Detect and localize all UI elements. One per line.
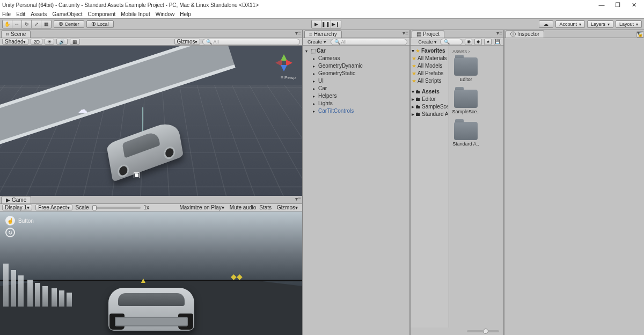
pivot-local-toggle[interactable]: ⦿ Local [86, 20, 114, 28]
hierarchy-tab[interactable]: ≡ Hierarchy [304, 30, 342, 38]
pivot-center-toggle[interactable]: ⦿ Center [54, 20, 84, 28]
foldout-icon[interactable] [313, 70, 317, 76]
aspect-dropdown[interactable]: Free Aspect [35, 205, 72, 210]
game-view[interactable]: ▲ ◆◆ ☝ Button ↻ [0, 212, 302, 335]
asset-folder[interactable]: Standard A.. [452, 122, 479, 147]
rotate-tool-button[interactable]: ↻ [22, 20, 32, 28]
menu-assets[interactable]: Assets [31, 11, 47, 17]
foldout-icon[interactable]: ▸ [412, 111, 414, 117]
scene-view[interactable]: ☁ ▣ ≡ Persp [0, 46, 302, 196]
hand-tool-button[interactable]: ✋ [3, 20, 12, 28]
shading-dropdown[interactable]: Shaded ▾ [2, 39, 28, 45]
project-tab[interactable]: ▤ Project [412, 30, 444, 38]
hierarchy-item[interactable]: Helpers [304, 92, 408, 99]
orientation-gizmo[interactable]: ≡ Persp [272, 51, 296, 75]
scene-fx-toggle[interactable]: ▦ [70, 39, 80, 45]
foldout-icon[interactable]: ▾ [412, 48, 414, 54]
gv-ui-button[interactable]: ☝ Button [5, 216, 34, 225]
menu-window[interactable]: Window [156, 11, 175, 17]
hierarchy-item[interactable]: GeometryDynamic [304, 62, 408, 69]
play-button[interactable]: ▶ [312, 20, 321, 28]
foldout-icon[interactable]: ▸ [412, 104, 414, 110]
project-pane-menu[interactable]: ▾≡ [496, 30, 502, 36]
gv-ui-refresh-button[interactable]: ↻ [5, 228, 15, 237]
search-save-button[interactable]: 💾 [494, 39, 501, 45]
scale-slider[interactable] [92, 207, 141, 209]
asset-tree-item[interactable]: ▸🖿SampleScen [412, 103, 448, 110]
mute-audio-toggle[interactable]: Mute audio [230, 205, 256, 210]
menu-file[interactable]: File [2, 11, 11, 17]
gizmo-x-axis-icon[interactable] [286, 60, 296, 66]
gizmos-dropdown[interactable]: Gizmos ▾ [174, 39, 201, 45]
hierarchy-item[interactable]: Cameras [304, 54, 408, 62]
menu-mobileinput[interactable]: Mobile Input [121, 11, 150, 17]
hierarchy-create-button[interactable]: Create ▾ [305, 39, 328, 45]
stats-toggle[interactable]: Stats [259, 205, 272, 210]
asset-folder[interactable]: SampleSce.. [452, 90, 479, 114]
account-dropdown[interactable]: Account [555, 20, 585, 28]
hierarchy-item-selected[interactable]: CarTiltControls [304, 107, 408, 114]
foldout-icon[interactable] [313, 108, 317, 114]
favorite-item[interactable]: ★All Models [412, 62, 448, 69]
project-search-input[interactable]: 🔍 [440, 39, 463, 45]
favorite-item[interactable]: ★All Scripts [412, 77, 448, 84]
move-tool-button[interactable]: ↔ [12, 20, 22, 28]
pause-button[interactable]: ❚❚ [321, 20, 331, 28]
scene-root-row[interactable]: ⬚ Car [304, 47, 408, 54]
hierarchy-item[interactable]: Car [304, 84, 408, 92]
scene-search-input[interactable]: 🔍 All [202, 39, 300, 45]
assets-header[interactable]: ▾🖿Assets [412, 88, 448, 95]
inspector-tab[interactable]: ⓘ Inspector [506, 30, 544, 38]
inspector-pane-menu[interactable]: ▾≡ [637, 30, 643, 36]
favorites-header[interactable]: ▾★Favorites [412, 47, 448, 54]
display-dropdown[interactable]: Display 1 [2, 205, 32, 210]
hierarchy-item[interactable]: GeometryStatic [304, 69, 408, 77]
layers-dropdown[interactable]: Layers [587, 20, 613, 28]
asset-tree-item[interactable]: ▸🖿Standard As [412, 110, 448, 118]
asset-tree-item[interactable]: ▸🖿Editor [412, 95, 448, 103]
maximize-on-play-toggle[interactable]: Maximize on Play [177, 205, 226, 210]
scene-2d-toggle[interactable]: 2D [31, 39, 42, 45]
foldout-icon[interactable] [313, 100, 317, 106]
hierarchy-item[interactable]: UI [304, 77, 408, 84]
window-maximize-button[interactable]: ❐ [610, 0, 626, 10]
foldout-icon[interactable] [313, 93, 317, 99]
gizmo-persp-label[interactable]: ≡ Persp [281, 75, 296, 80]
game-gizmos-dropdown[interactable]: Gizmos [275, 205, 300, 210]
project-create-button[interactable]: Create ▾ [416, 39, 439, 45]
menu-edit[interactable]: Edit [16, 11, 25, 17]
hierarchy-item[interactable]: Lights [304, 99, 408, 107]
hierarchy-pane-menu[interactable]: ▾≡ [402, 30, 408, 36]
scale-tool-button[interactable]: ⤢ [32, 20, 41, 28]
game-pane-menu[interactable]: ▾≡ [295, 196, 301, 202]
project-asset-grid[interactable]: Assets › Editor SampleSce.. Standard A.. [449, 46, 503, 327]
foldout-icon[interactable]: ▸ [412, 96, 414, 102]
hierarchy-search-input[interactable]: 🔍 All [331, 39, 407, 45]
foldout-icon[interactable]: ▾ [412, 89, 414, 94]
window-minimize-button[interactable]: — [594, 0, 610, 10]
thumbnail-size-slider[interactable] [467, 330, 499, 332]
layout-dropdown[interactable]: Layout [616, 20, 642, 28]
scene-audio-toggle[interactable]: 🔊 [56, 39, 68, 45]
cloud-button[interactable]: ☁ [539, 20, 553, 28]
menu-component[interactable]: Component [88, 11, 116, 17]
search-filter-asset-button[interactable]: ◉ [465, 39, 472, 45]
window-close-button[interactable]: ✕ [626, 0, 642, 10]
favorite-item[interactable]: ★All Materials [412, 54, 448, 62]
search-filter-type-button[interactable]: ◆ [474, 39, 482, 45]
step-button[interactable]: ▶❙ [331, 20, 341, 28]
foldout-icon[interactable] [313, 85, 317, 91]
project-breadcrumb[interactable]: Assets › [452, 49, 500, 54]
foldout-icon[interactable] [305, 48, 310, 54]
menu-help[interactable]: Help [180, 11, 191, 17]
game-tab[interactable]: ▶ Game [1, 196, 31, 203]
search-filter-label-button[interactable]: ★ [484, 39, 492, 45]
foldout-icon[interactable] [313, 78, 317, 84]
scene-pane-menu[interactable]: ▾≡ [295, 30, 301, 36]
foldout-icon[interactable] [313, 55, 317, 61]
asset-folder[interactable]: Editor [452, 57, 479, 82]
scene-tab[interactable]: ⌗ Scene [1, 30, 31, 38]
rect-tool-button[interactable]: ▦ [41, 20, 51, 28]
favorite-item[interactable]: ★All Prefabs [412, 69, 448, 77]
gizmo-z-axis-icon[interactable] [281, 65, 287, 75]
